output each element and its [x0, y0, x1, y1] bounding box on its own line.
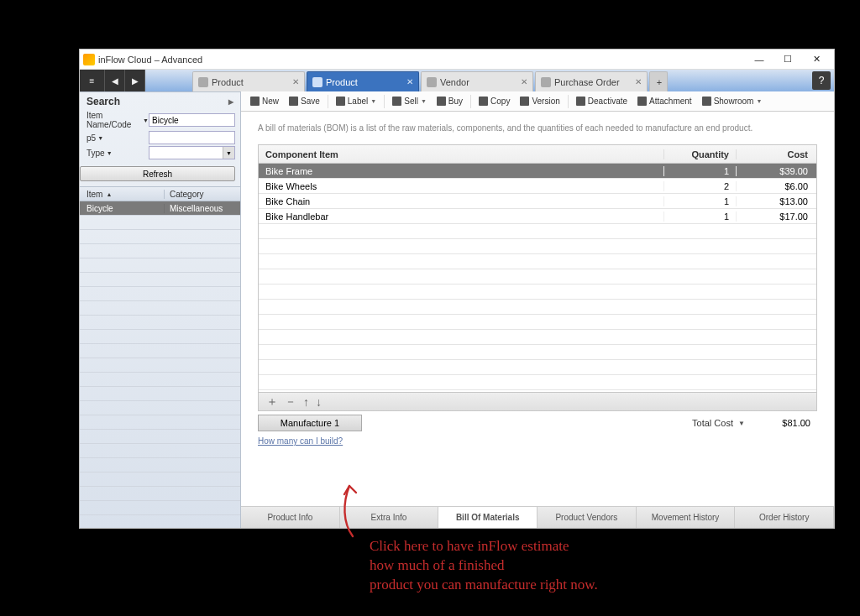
- save-button[interactable]: Save: [285, 93, 324, 110]
- filter-name-input[interactable]: [149, 113, 235, 127]
- chevron-down-icon[interactable]: ▼: [143, 117, 149, 123]
- list-item[interactable]: [80, 472, 240, 487]
- grid-body: Bike Frame1$39.00Bike Wheels2$6.00Bike C…: [259, 164, 816, 392]
- list-item[interactable]: [80, 487, 240, 501]
- list-item[interactable]: [80, 387, 240, 401]
- bottom-tab[interactable]: Bill Of Materials: [438, 507, 538, 528]
- add-row-icon[interactable]: ＋: [264, 394, 281, 410]
- table-row[interactable]: [259, 224, 816, 239]
- table-row[interactable]: [259, 330, 816, 345]
- window-title: inFlow Cloud – Advanced: [98, 55, 745, 65]
- chevron-down-icon[interactable]: ▼: [223, 147, 234, 159]
- app-window: inFlow Cloud – Advanced — ☐ ✕ ≡ ◀ ▶ Prod…: [79, 49, 835, 529]
- list-item[interactable]: [80, 444, 240, 458]
- sell-button[interactable]: Sell▼: [388, 93, 431, 110]
- col-component[interactable]: Component Item: [259, 149, 663, 159]
- manufacture-button[interactable]: Manufacture 1: [258, 415, 362, 431]
- nav-back-button[interactable]: ◀: [105, 70, 125, 91]
- list-item[interactable]: [80, 515, 240, 528]
- table-row[interactable]: [259, 360, 816, 375]
- filter-type-combo[interactable]: ▼: [149, 146, 235, 159]
- showroom-button[interactable]: Showroom▼: [698, 93, 767, 110]
- copy-button[interactable]: Copy: [475, 93, 514, 110]
- list-item[interactable]: [80, 501, 240, 515]
- col-category-header[interactable]: Category: [164, 190, 240, 199]
- list-item[interactable]: [80, 301, 240, 316]
- tab-label: Product: [326, 77, 401, 87]
- buy-button[interactable]: Buy: [433, 93, 467, 110]
- bottom-tabs: Product InfoExtra InfoBill Of MaterialsP…: [241, 506, 834, 528]
- table-row[interactable]: [259, 254, 816, 269]
- list-item[interactable]: [80, 216, 240, 230]
- maximize-button[interactable]: ☐: [773, 51, 802, 68]
- sidebar-header: Search ▶: [80, 92, 240, 111]
- new-button[interactable]: New: [246, 93, 283, 110]
- list-item[interactable]: [80, 458, 240, 472]
- table-row[interactable]: [259, 315, 816, 330]
- bottom-tab[interactable]: Product Vendors: [538, 507, 637, 528]
- list-item[interactable]: [80, 244, 240, 258]
- bottom-tab[interactable]: Order History: [735, 507, 834, 528]
- table-row[interactable]: Bike Handlebar1$17.00: [259, 209, 816, 224]
- chevron-down-icon[interactable]: ▼: [97, 135, 103, 141]
- document-tab[interactable]: Vendor✕: [421, 71, 533, 91]
- list-item[interactable]: [80, 230, 240, 244]
- list-item[interactable]: [80, 430, 240, 444]
- list-item[interactable]: [80, 287, 240, 301]
- col-quantity[interactable]: Quantity: [663, 149, 736, 159]
- document-tab[interactable]: Product✕: [192, 71, 305, 91]
- tab-close-icon[interactable]: ✕: [633, 77, 643, 86]
- new-tab-button[interactable]: +: [649, 71, 668, 91]
- document-tab[interactable]: Purchase Order✕: [535, 71, 648, 91]
- document-tab[interactable]: Product✕: [307, 71, 419, 91]
- refresh-button[interactable]: Refresh: [80, 166, 235, 181]
- table-row[interactable]: [259, 269, 816, 285]
- tab-close-icon[interactable]: ✕: [291, 77, 301, 86]
- remove-row-icon[interactable]: －: [282, 394, 299, 410]
- sidebar-collapse-icon[interactable]: ▶: [228, 98, 233, 106]
- bottom-tab[interactable]: Movement History: [637, 507, 736, 528]
- sort-asc-icon: ▲: [106, 191, 112, 197]
- list-item[interactable]: [80, 273, 240, 287]
- total-cost-dropdown-icon[interactable]: ▼: [733, 420, 750, 427]
- close-button[interactable]: ✕: [802, 51, 831, 68]
- move-down-icon[interactable]: ↓: [313, 395, 324, 409]
- attachment-button[interactable]: Attachment: [633, 93, 696, 110]
- list-item[interactable]: [80, 316, 240, 330]
- table-row[interactable]: Bike Chain1$13.00: [259, 194, 816, 209]
- table-row[interactable]: Bike Frame1$39.00: [259, 164, 816, 179]
- table-row[interactable]: [259, 375, 816, 390]
- tab-close-icon[interactable]: ✕: [405, 77, 415, 86]
- table-row[interactable]: [259, 239, 816, 254]
- col-item-header[interactable]: Item ▲: [80, 190, 164, 199]
- filter-p5-input[interactable]: [149, 131, 235, 144]
- list-item[interactable]: [80, 373, 240, 387]
- label-button[interactable]: Label▼: [332, 93, 380, 110]
- main-menu-button[interactable]: ≡: [80, 70, 105, 91]
- list-item[interactable]: [80, 401, 240, 415]
- deactivate-button[interactable]: Deactivate: [572, 93, 632, 110]
- col-cost[interactable]: Cost: [736, 149, 816, 159]
- version-button[interactable]: Version: [516, 93, 564, 110]
- grid-header: Component Item Quantity Cost: [259, 145, 816, 164]
- nav-forward-button[interactable]: ▶: [125, 70, 145, 91]
- list-item[interactable]: [80, 415, 240, 430]
- table-row[interactable]: [259, 285, 816, 300]
- how-many-can-i-build-link[interactable]: How many can I build?: [258, 436, 817, 446]
- filter-type-label: Type▼: [87, 149, 149, 158]
- tab-close-icon[interactable]: ✕: [519, 77, 529, 86]
- list-item[interactable]: [80, 258, 240, 273]
- list-item[interactable]: [80, 358, 240, 373]
- table-row[interactable]: [259, 345, 816, 360]
- chevron-down-icon[interactable]: ▼: [107, 150, 113, 156]
- main-panel: New Save Label▼ Sell▼ Buy Copy Version D…: [241, 91, 834, 528]
- table-row[interactable]: [259, 300, 816, 315]
- bottom-tab[interactable]: Product Info: [241, 507, 340, 528]
- help-button[interactable]: ?: [812, 71, 831, 90]
- list-item[interactable]: [80, 330, 240, 344]
- table-row[interactable]: Bike Wheels2$6.00: [259, 179, 816, 194]
- minimize-button[interactable]: —: [745, 51, 773, 68]
- list-item[interactable]: BicycleMiscellaneous: [80, 201, 240, 216]
- list-item[interactable]: [80, 344, 240, 358]
- move-up-icon[interactable]: ↑: [301, 395, 312, 409]
